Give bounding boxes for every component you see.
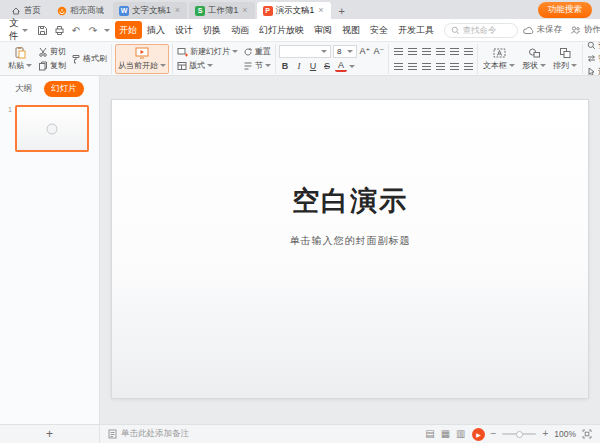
wps-presentation-window: 首页 稻壳商城 W 文字文稿1 × S 工作簿1 × P 演示文稿1 × + 功…: [0, 0, 600, 443]
command-search[interactable]: [444, 23, 518, 38]
play-slideshow-button[interactable]: ▶: [472, 428, 485, 441]
new-slide-icon: [177, 47, 188, 57]
format-painter-label: 格式刷: [83, 53, 107, 64]
document-tab-presentation-active[interactable]: P 演示文稿1 ×: [257, 2, 331, 19]
strikethrough-button[interactable]: S: [321, 60, 333, 73]
presentation-doc-icon: P: [263, 6, 273, 16]
copy-label: 复制: [50, 60, 66, 71]
decrease-indent-button[interactable]: [420, 45, 432, 58]
section-label: 节: [255, 60, 263, 71]
slides-tab[interactable]: 幻灯片: [44, 81, 84, 97]
tab-design[interactable]: 设计: [171, 21, 198, 39]
reset-section-column: 重置 节: [242, 44, 272, 74]
tab-home[interactable]: 开始: [115, 21, 142, 39]
document-tab-label: 演示文稿1: [276, 5, 315, 17]
line-spacing-button[interactable]: [448, 45, 460, 58]
play-slideshow-icon: [135, 47, 149, 59]
numbered-list-icon: [408, 48, 417, 55]
collaborate-button[interactable]: 协作: [570, 24, 600, 36]
replace-button[interactable]: 替换: [586, 53, 600, 64]
align-right-button[interactable]: [420, 60, 432, 73]
cut-button[interactable]: 剪切: [37, 46, 67, 58]
play-from-current-button[interactable]: 从当前开始: [115, 44, 169, 74]
undo-button[interactable]: ↶: [70, 23, 83, 37]
shapes-button[interactable]: 形状: [520, 44, 548, 74]
numbered-list-button[interactable]: [406, 45, 418, 58]
close-icon[interactable]: ×: [241, 6, 248, 15]
notes-placeholder[interactable]: 单击此处添加备注: [100, 428, 189, 440]
new-slide-button[interactable]: 新建幻灯片: [176, 46, 239, 58]
slide-canvas-area: 空白演示 单击输入您的封面副标题: [100, 76, 600, 424]
outline-tab[interactable]: 大纲: [8, 81, 39, 97]
tab-security[interactable]: 安全: [366, 21, 393, 39]
layout-button[interactable]: 版式: [176, 60, 239, 72]
section-button[interactable]: 节: [242, 60, 272, 72]
promo-button[interactable]: 功能搜索: [538, 2, 592, 18]
align-center-button[interactable]: [406, 60, 418, 73]
tab-review[interactable]: 审阅: [310, 21, 337, 39]
paste-button[interactable]: 粘贴: [6, 44, 34, 74]
justify-button[interactable]: [434, 60, 446, 73]
slide-title[interactable]: 空白演示: [112, 183, 588, 219]
docer-store-tab[interactable]: 稻壳商城: [50, 3, 111, 19]
chevron-down-icon[interactable]: [104, 29, 110, 32]
distribute-button[interactable]: [448, 60, 460, 73]
copy-button[interactable]: 复制: [37, 60, 67, 72]
new-document-tab-button[interactable]: +: [333, 3, 351, 19]
increase-indent-button[interactable]: [434, 45, 446, 58]
italic-button[interactable]: I: [293, 60, 305, 73]
reset-button[interactable]: 重置: [242, 46, 272, 58]
tab-transitions[interactable]: 切换: [199, 21, 226, 39]
reading-view-button[interactable]: ▥: [456, 429, 465, 439]
tab-devtools[interactable]: 开发工具: [394, 21, 439, 39]
fit-to-window-icon[interactable]: [582, 429, 592, 439]
slide[interactable]: 空白演示 单击输入您的封面副标题: [112, 100, 588, 398]
line-spacing-icon: [450, 48, 459, 55]
print-button[interactable]: [53, 23, 66, 37]
tab-slideshow[interactable]: 幻灯片放映: [255, 21, 309, 39]
slide-sorter-view-button[interactable]: ▦: [441, 429, 450, 439]
chevron-down-icon[interactable]: [349, 65, 355, 68]
normal-view-button[interactable]: ▤: [425, 429, 434, 439]
slide-subtitle[interactable]: 单击输入您的封面副标题: [112, 234, 588, 248]
select-button[interactable]: 选择: [586, 66, 600, 76]
chevron-down-icon: [26, 64, 32, 67]
bold-button[interactable]: B: [279, 60, 291, 73]
tab-animations[interactable]: 动画: [227, 21, 254, 39]
underline-button[interactable]: U: [307, 60, 319, 73]
close-icon[interactable]: ×: [317, 6, 324, 15]
bullet-list-button[interactable]: [392, 45, 404, 58]
decrease-font-button[interactable]: A⁻: [373, 45, 385, 58]
add-slide-button[interactable]: +: [46, 428, 53, 440]
redo-button[interactable]: ↷: [87, 23, 100, 37]
textbox-icon: [493, 47, 506, 59]
font-name-combo[interactable]: [279, 45, 331, 58]
document-tab-writer[interactable]: W 文字文稿1 ×: [113, 2, 187, 19]
zoom-level[interactable]: 100%: [554, 429, 576, 439]
textbox-button[interactable]: 文本框: [481, 44, 517, 74]
tab-view[interactable]: 视图: [338, 21, 365, 39]
tab-insert[interactable]: 插入: [143, 21, 170, 39]
align-left-button[interactable]: [392, 60, 404, 73]
slide-thumbnail[interactable]: [15, 105, 89, 152]
font-color-button[interactable]: A: [335, 60, 347, 72]
zoom-slider-knob[interactable]: [516, 431, 523, 438]
save-button[interactable]: [36, 23, 49, 37]
text-direction-button[interactable]: [462, 45, 474, 58]
zoom-in-button[interactable]: +: [542, 429, 548, 439]
format-painter-button[interactable]: 格式刷: [70, 53, 108, 65]
zoom-out-button[interactable]: −: [491, 429, 497, 439]
increase-font-button[interactable]: A⁺: [359, 45, 371, 58]
close-icon[interactable]: ×: [174, 6, 181, 15]
zoom-slider[interactable]: [502, 433, 536, 435]
collaborate-label: 协作: [584, 24, 600, 36]
columns-button[interactable]: [462, 60, 474, 73]
menu-bar-right: 未保存 协作 分享: [523, 24, 600, 36]
arrange-button[interactable]: 排列: [551, 44, 579, 74]
font-size-combo[interactable]: 8: [333, 45, 357, 58]
document-tab-spreadsheet[interactable]: S 工作簿1 ×: [189, 2, 255, 19]
command-search-input[interactable]: [463, 25, 511, 35]
file-menu-button[interactable]: 文件: [6, 17, 31, 43]
save-status[interactable]: 未保存: [523, 24, 563, 36]
find-button[interactable]: 查找: [586, 42, 600, 51]
